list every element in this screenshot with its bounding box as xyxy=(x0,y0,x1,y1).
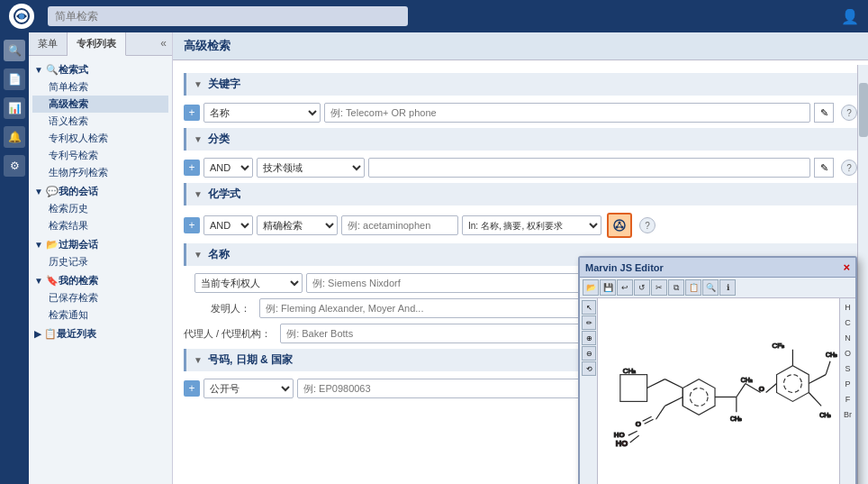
marvin-info-btn[interactable]: ℹ xyxy=(719,279,736,296)
chemistry-in-select[interactable]: In: 名称, 摘要, 权利要求 xyxy=(462,215,601,235)
chemistry-collapse-btn[interactable]: ▼ xyxy=(194,189,203,199)
scrollbar-track[interactable] xyxy=(857,65,868,484)
keyword-add-btn[interactable]: + xyxy=(184,105,200,121)
section-classification: ▼ 分类 xyxy=(184,128,857,151)
keyword-input[interactable] xyxy=(324,103,810,123)
assignee-type-select[interactable]: 当前专利权人原始专利权人所有专利权人 xyxy=(194,273,303,293)
tree-section-header-sessions[interactable]: ▼ 💬 我的会话 xyxy=(32,183,168,200)
marvin-paste-btn[interactable]: 📋 xyxy=(685,279,701,296)
top-search-input[interactable] xyxy=(48,6,408,26)
classification-operator-select[interactable]: ANDORNOT xyxy=(203,158,253,178)
marvin-save-btn[interactable]: 💾 xyxy=(600,279,616,296)
tree-section-header-mysearches[interactable]: ▼ 🔖 我的检索 xyxy=(32,272,168,289)
svg-line-12 xyxy=(665,379,683,388)
marvin-open-btn[interactable]: 📂 xyxy=(583,279,599,296)
chemistry-input[interactable] xyxy=(341,215,458,235)
keyword-help-btn[interactable]: ? xyxy=(841,105,857,121)
sidebar-icon-search[interactable]: 🔍 xyxy=(4,40,25,61)
marvin-copy-btn[interactable]: ⧉ xyxy=(668,279,684,296)
element-n[interactable]: N xyxy=(842,331,854,345)
keyword-section-title: 关键字 xyxy=(208,77,240,92)
svg-text:CH₃: CH₃ xyxy=(819,412,831,418)
tree-item-results[interactable]: 检索结果 xyxy=(32,217,168,234)
tab-menu[interactable]: 菜单 xyxy=(29,32,68,55)
tree-section-header-recent[interactable]: ▶ 📋 最近列表 xyxy=(32,325,168,342)
tab-patent-list[interactable]: 专利列表 xyxy=(68,32,126,56)
element-f[interactable]: F xyxy=(842,392,854,406)
keyword-collapse-btn[interactable]: ▼ xyxy=(194,79,203,89)
sidebar-icon-doc[interactable]: 📄 xyxy=(4,68,25,90)
keyword-edit-btn[interactable]: ✎ xyxy=(814,103,834,123)
chemistry-add-btn[interactable]: + xyxy=(184,217,200,233)
marvin-add-tool[interactable]: ⊕ xyxy=(582,331,596,345)
chemistry-type-select[interactable]: 精确检索相似检索子结构检索 xyxy=(257,215,338,235)
svg-text:O: O xyxy=(759,385,764,393)
marvin-undo-btn[interactable]: ↩ xyxy=(617,279,633,296)
svg-text:HO: HO xyxy=(614,431,625,439)
element-o[interactable]: O xyxy=(842,346,854,361)
panel-collapse-btn[interactable]: « xyxy=(155,32,172,55)
tree-item-semantic-search[interactable]: 语义检索 xyxy=(32,113,168,130)
tree-item-assignee-search[interactable]: 专利权人检索 xyxy=(32,130,168,147)
element-br[interactable]: Br xyxy=(842,407,854,422)
marvin-cut-btn[interactable]: ✂ xyxy=(651,279,667,296)
marvin-left-tools: ↖ ✏ ⊕ ⊖ ⟲ xyxy=(580,298,598,484)
sidebar-icon-bell[interactable]: 🔔 xyxy=(4,126,25,148)
name-collapse-btn[interactable]: ▼ xyxy=(194,250,203,260)
classification-add-btn[interactable]: + xyxy=(184,160,200,176)
structure-editor-btn[interactable] xyxy=(607,213,632,238)
tree-item-simple-search[interactable]: 简单检索 xyxy=(32,78,168,96)
arrow-icon-mysearches: ▼ xyxy=(34,276,43,286)
pubnum-type-select[interactable]: 公开号申请号优先权号 xyxy=(203,379,294,398)
top-search-bar[interactable] xyxy=(48,6,408,26)
element-c[interactable]: C xyxy=(842,315,854,330)
user-icon[interactable]: 👤 xyxy=(841,8,859,25)
marvin-toolbar: 📂 💾 ↩ ↺ ✂ ⧉ 📋 🔍 ℹ xyxy=(580,278,855,298)
app-logo[interactable] xyxy=(9,4,34,29)
element-s[interactable]: S xyxy=(842,361,854,376)
marvin-editor-popup: Marvin JS Editor × 📂 💾 ↩ ↺ ✂ ⧉ 📋 🔍 ℹ xyxy=(578,256,857,484)
tree-item-advanced-search[interactable]: 高级检索 xyxy=(32,96,168,113)
marvin-titlebar: Marvin JS Editor × xyxy=(580,258,855,278)
classification-edit-btn[interactable]: ✎ xyxy=(814,158,834,178)
svg-marker-29 xyxy=(777,366,809,402)
tree-section-header-query[interactable]: ▼ 🔍 检索式 xyxy=(32,61,168,78)
tree-item-sequence-search[interactable]: 生物序列检索 xyxy=(32,164,168,181)
pubnum-add-btn[interactable]: + xyxy=(184,380,200,397)
marvin-select-tool[interactable]: ↖ xyxy=(582,300,596,315)
sidebar-icon-settings[interactable]: ⚙ xyxy=(4,155,25,177)
chemistry-section-title: 化学式 xyxy=(208,187,240,202)
tree-item-number-search[interactable]: 专利号检索 xyxy=(32,147,168,164)
sidebar-icon-chart[interactable]: 📊 xyxy=(4,97,25,119)
classification-help-btn[interactable]: ? xyxy=(841,160,857,176)
classification-section-title: 分类 xyxy=(208,132,230,147)
element-p[interactable]: P xyxy=(842,377,854,391)
app-container: 👤 🔍 📄 📊 🔔 ⚙ 菜单 专利列表 « ▼ 🔍 xyxy=(0,0,868,484)
marvin-close-btn[interactable]: × xyxy=(843,260,850,274)
marvin-canvas[interactable]: CH₂ xyxy=(598,298,839,484)
keyword-field-select[interactable]: 名称 xyxy=(203,103,321,123)
scrollbar-thumb[interactable] xyxy=(859,83,868,137)
tree-section-header-expired[interactable]: ▼ 📂 过期会话 xyxy=(32,236,168,253)
marvin-redo-btn[interactable]: ↺ xyxy=(634,279,650,296)
classification-input[interactable] xyxy=(368,158,810,178)
keyword-row: + 名称 ✎ ? xyxy=(184,103,857,123)
classification-collapse-btn[interactable]: ▼ xyxy=(194,134,203,144)
marvin-zoomin-btn[interactable]: 🔍 xyxy=(702,279,719,296)
classification-field-select[interactable]: 技术领域 xyxy=(257,158,365,178)
marvin-remove-tool[interactable]: ⊖ xyxy=(582,346,596,361)
tree-nav: ▼ 🔍 检索式 简单检索 高级检索 语义检索 专利权人检索 专利号检索 生物序列… xyxy=(29,56,172,484)
tree-item-history-log[interactable]: 历史记录 xyxy=(32,253,168,270)
marvin-rotate-tool[interactable]: ⟲ xyxy=(582,361,596,376)
svg-rect-9 xyxy=(620,375,647,402)
tree-item-saved-search[interactable]: 已保存检索 xyxy=(32,289,168,306)
tree-item-search-alerts[interactable]: 检索通知 xyxy=(32,306,168,324)
element-h[interactable]: H xyxy=(842,300,854,315)
number-collapse-btn[interactable]: ▼ xyxy=(194,355,203,365)
tree-section-label-query: 检索式 xyxy=(59,63,88,77)
marvin-draw-tool[interactable]: ✏ xyxy=(582,315,596,330)
tree-item-history[interactable]: 检索历史 xyxy=(32,200,168,217)
chemistry-help-btn[interactable]: ? xyxy=(639,217,656,233)
chemistry-operator-select[interactable]: ANDORNOT xyxy=(203,215,253,235)
arrow-icon: ▼ xyxy=(34,65,43,75)
